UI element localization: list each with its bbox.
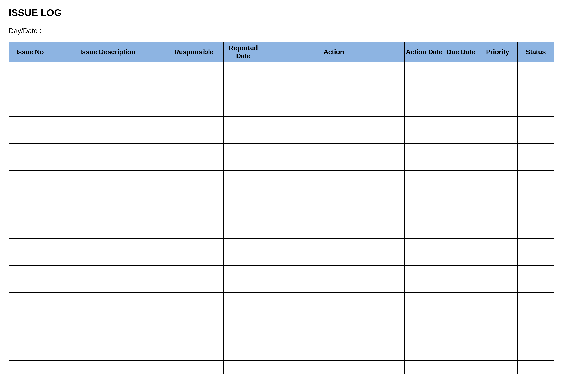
cell-issue_no [9, 211, 51, 225]
cell-issue_no [9, 279, 51, 293]
cell-due_date [444, 62, 478, 76]
header-action: Action [263, 42, 404, 62]
cell-issue_no [9, 130, 51, 143]
cell-due_date [444, 211, 478, 225]
cell-action_date [404, 252, 444, 266]
cell-status [517, 238, 554, 252]
table-row [9, 360, 554, 374]
day-date-label: Day/Date : [9, 27, 554, 35]
cell-issue_no [9, 238, 51, 252]
cell-due_date [444, 171, 478, 184]
cell-responsible [164, 171, 223, 184]
cell-due_date [444, 225, 478, 238]
table-row [9, 171, 554, 184]
table-row [9, 103, 554, 116]
cell-issue_no [9, 184, 51, 198]
cell-action_date [404, 89, 444, 103]
cell-reported_date [224, 320, 263, 333]
cell-issue_no [9, 62, 51, 76]
cell-action [263, 89, 404, 103]
cell-action_date [404, 333, 444, 347]
cell-responsible [164, 225, 223, 238]
cell-reported_date [224, 306, 263, 320]
cell-priority [478, 198, 517, 211]
cell-action [263, 198, 404, 211]
cell-reported_date [224, 360, 263, 374]
cell-reported_date [224, 143, 263, 157]
cell-issue_no [9, 171, 51, 184]
cell-status [517, 130, 554, 143]
cell-reported_date [224, 76, 263, 89]
cell-issue_no [9, 252, 51, 266]
cell-reported_date [224, 238, 263, 252]
cell-action [263, 225, 404, 238]
table-body [9, 62, 554, 374]
cell-issue_no [9, 333, 51, 347]
cell-issue_no [9, 89, 51, 103]
cell-responsible [164, 184, 223, 198]
cell-priority [478, 130, 517, 143]
table-row [9, 252, 554, 266]
cell-responsible [164, 360, 223, 374]
table-row [9, 320, 554, 333]
table-row [9, 116, 554, 130]
cell-priority [478, 211, 517, 225]
cell-issue_description [51, 171, 164, 184]
cell-due_date [444, 76, 478, 89]
issue-log-table: Issue No Issue Description Responsible R… [9, 42, 554, 374]
cell-issue_description [51, 320, 164, 333]
cell-due_date [444, 279, 478, 293]
cell-responsible [164, 320, 223, 333]
cell-status [517, 211, 554, 225]
cell-reported_date [224, 130, 263, 143]
cell-due_date [444, 266, 478, 279]
table-row [9, 157, 554, 171]
cell-action [263, 306, 404, 320]
cell-action_date [404, 157, 444, 171]
cell-reported_date [224, 252, 263, 266]
cell-reported_date [224, 347, 263, 360]
cell-status [517, 157, 554, 171]
table-row [9, 76, 554, 89]
cell-issue_no [9, 116, 51, 130]
cell-priority [478, 116, 517, 130]
cell-action [263, 252, 404, 266]
table-row [9, 130, 554, 143]
cell-status [517, 293, 554, 306]
cell-action [263, 76, 404, 89]
header-issue-no: Issue No [9, 42, 51, 62]
cell-action [263, 320, 404, 333]
table-header-row: Issue No Issue Description Responsible R… [9, 42, 554, 62]
cell-priority [478, 347, 517, 360]
cell-action_date [404, 130, 444, 143]
cell-issue_description [51, 333, 164, 347]
cell-issue_no [9, 225, 51, 238]
cell-priority [478, 306, 517, 320]
cell-status [517, 184, 554, 198]
cell-reported_date [224, 266, 263, 279]
header-status: Status [517, 42, 554, 62]
cell-status [517, 279, 554, 293]
cell-status [517, 116, 554, 130]
cell-responsible [164, 252, 223, 266]
cell-responsible [164, 116, 223, 130]
cell-priority [478, 171, 517, 184]
table-row [9, 293, 554, 306]
cell-priority [478, 333, 517, 347]
cell-issue_description [51, 198, 164, 211]
table-row [9, 198, 554, 211]
table-row [9, 225, 554, 238]
cell-priority [478, 293, 517, 306]
cell-action [263, 184, 404, 198]
cell-issue_no [9, 293, 51, 306]
cell-action_date [404, 211, 444, 225]
cell-action [263, 116, 404, 130]
cell-action [263, 143, 404, 157]
cell-responsible [164, 130, 223, 143]
cell-issue_no [9, 360, 51, 374]
cell-action_date [404, 198, 444, 211]
cell-reported_date [224, 157, 263, 171]
cell-reported_date [224, 103, 263, 116]
cell-priority [478, 252, 517, 266]
cell-issue_no [9, 266, 51, 279]
